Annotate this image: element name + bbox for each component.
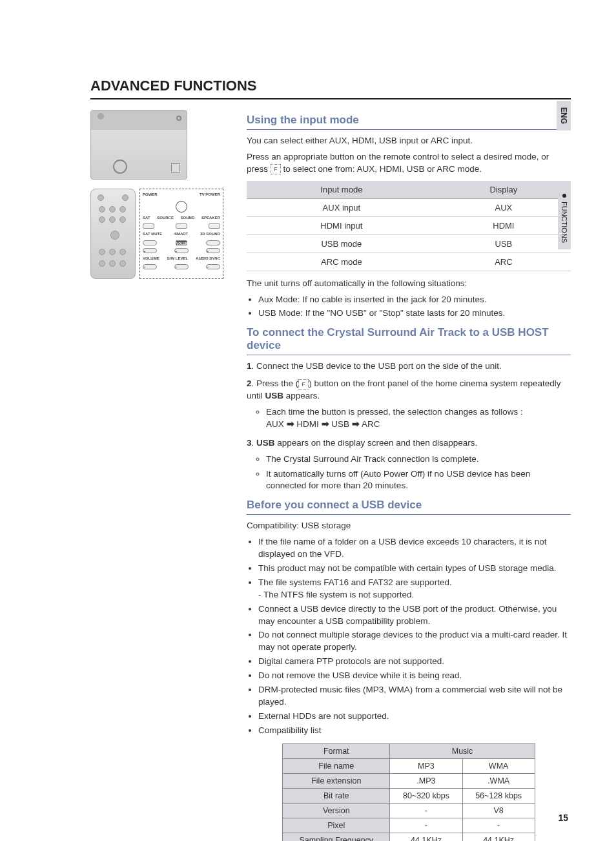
step-3: 3. USB appears on the display screen and… [247,437,571,493]
list-item: USB Mode: If the "NO USB" or "Stop" stat… [258,307,571,320]
input-mode-table: Input mode Display AUX inputAUX HDMI inp… [247,181,571,271]
list-item: Compatibility list [258,725,571,737]
remote-label-swlevel: S/W LEVEL [167,256,188,262]
remote-label-tvpower: TV POWER [200,192,220,198]
list-item: Connect a USB device directly to the USB… [258,603,571,628]
list-item: Do not connect multiple storage devices … [258,629,571,654]
language-tab: ENG [557,101,571,130]
power-icon [176,201,187,213]
input-mode-para1: You can select either AUX, HDMI, USB inp… [247,135,571,147]
remote-label-source: SOURCE [157,215,174,222]
table-row: Pixel-- [283,818,535,833]
section-tab: FUNCTIONS [558,187,571,249]
remote-label-smart: SMART [174,231,188,238]
table-row: AUX inputAUX [247,198,571,216]
list-item: The Crystal Surround Air Track connectio… [266,453,571,466]
list-item: Aux Mode: If no cable is inserted in the… [258,294,571,306]
auto-off-list: Aux Mode: If no cable is inserted in the… [247,294,571,320]
remote-label-power: POWER [143,192,158,198]
table-row: Bit rate80~320 kbps56~128 kbps [283,788,535,803]
heading-before-usb: Before you connect a USB device [247,499,571,515]
list-item: Each time the button is pressed, the sel… [266,406,571,431]
dot-icon [562,194,566,198]
table-row: USB modeUSB [247,234,571,253]
list-item: Digital camera PTP protocols are not sup… [258,656,571,668]
input-mode-para2: Press an appropriate button on the remot… [247,151,571,176]
table-row: Version-V8 [283,803,535,818]
main-content: Using the input mode You can select eith… [247,110,571,841]
remote-illustration: POWERTV POWER SAT SOURCE SOUND SPEAKER S… [90,189,226,279]
remote-label-sat: SAT [143,215,150,222]
remote-label-satmute: SAT MUTE [143,231,162,238]
table-row: File extension.MP3.WMA [283,773,535,788]
list-item: DRM-protected music files (MP3, WMA) fro… [258,684,571,709]
list-item: If the file name of a folder on a USB de… [258,536,571,561]
heading-usb-host: To connect the Crystal Surround Air Trac… [247,326,571,355]
auto-off-intro: The unit turns off automatically in the … [247,278,571,290]
table-row: ARC modeARC [247,253,571,271]
usb-host-steps: 1. Connect the USB device to the USB por… [247,360,571,492]
compat-th-music: Music [390,743,535,758]
function-button-icon: F [298,379,309,389]
compatibility-table: Format Music File nameMP3WMA File extens… [282,743,535,841]
page-title: ADVANCED FUNCTIONS [90,78,571,99]
table-row: Sampling Frequency44.1KHz44.1KHz [283,833,535,841]
before-usb-list: If the file name of a folder on a USB de… [247,536,571,736]
remote-label-volume: VOLUME [143,256,159,262]
list-item: External HDDs are not supported. [258,711,571,723]
list-item: The file systems FAT16 and FAT32 are sup… [258,577,571,601]
list-item: Do not remove the USB device while it is… [258,670,571,682]
remote-label-speaker: SPEAKER [201,215,220,222]
compat-th-format: Format [283,743,390,758]
step-2: 2. Press the (F) button on the front pan… [247,378,571,431]
soundbar-illustration [90,110,187,180]
page-number: 15 [558,813,568,823]
remote-label-3dsound: 3D SOUND [200,231,220,238]
left-column: POWERTV POWER SAT SOURCE SOUND SPEAKER S… [90,110,226,841]
step-1: 1. Connect the USB device to the USB por… [247,360,571,373]
input-mode-th-mode: Input mode [247,181,436,199]
table-row: HDMI inputHDMI [247,216,571,234]
input-mode-th-display: Display [436,181,571,199]
remote-label-sound: SOUND [181,215,195,222]
compat-intro: Compatibility: USB storage [247,520,571,532]
heading-input-mode: Using the input mode [247,114,571,130]
list-item: This product may not be compatible with … [258,563,571,575]
function-button-icon: F [271,164,281,174]
table-row: File nameMP3WMA [283,758,535,773]
remote-label-audiosync: AUDIO SYNC [196,256,220,262]
list-item: It automatically turns off (Auto Power O… [266,468,571,493]
